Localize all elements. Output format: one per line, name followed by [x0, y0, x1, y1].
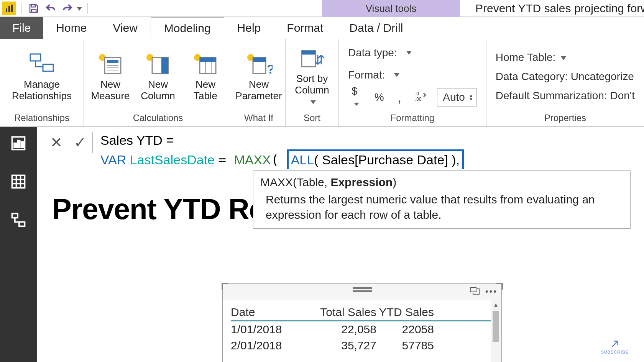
svg-rect-4: [31, 9, 36, 12]
svg-rect-30: [14, 143, 16, 147]
new-measure-label: New Measure: [91, 79, 130, 102]
svg-rect-0: [6, 8, 7, 12]
group-calculations: New Measure New Column New Table Calcula…: [84, 39, 232, 126]
tab-help[interactable]: Help: [224, 17, 274, 39]
more-options-icon[interactable]: •••: [485, 287, 498, 297]
data-type-label: Data type:: [348, 47, 397, 59]
decimal-button[interactable]: .0.00: [412, 90, 430, 105]
percent-button[interactable]: %: [371, 91, 388, 104]
tab-modeling[interactable]: Modeling: [151, 17, 224, 39]
ribbon: Manage Relationships Relationships New M…: [0, 39, 644, 127]
chevron-down-icon: [310, 100, 316, 104]
commit-formula-button[interactable]: ✓: [74, 134, 86, 151]
svg-rect-5: [30, 54, 41, 61]
formula-bar: ✕ ✓ Sales YTD = VAR LastSalesDate = MAXX…: [37, 127, 644, 169]
tab-view[interactable]: View: [100, 17, 150, 39]
table-header-row: Date Total Sales YTD Sales: [231, 304, 494, 321]
tab-home[interactable]: Home: [43, 17, 100, 39]
table-row: 1/01/2018 22,058 22058: [231, 321, 494, 337]
data-category-row[interactable]: Data Category: Uncategorize: [496, 70, 634, 83]
sort-by-column-label: Sort by Column: [291, 73, 333, 108]
table-row: 2/01/2018 35,727 57785: [231, 337, 494, 354]
format-dropdown[interactable]: [394, 73, 399, 77]
svg-rect-40: [471, 287, 476, 292]
group-formatting: Data type: Format: $ % , .0.00 Auto ▲▼: [339, 39, 486, 126]
group-sort: Sort by Column Sort: [286, 39, 339, 126]
undo-button[interactable]: [42, 1, 59, 16]
group-label-calculations: Calculations: [84, 111, 232, 126]
new-column-label: New Column: [141, 79, 175, 102]
formula-highlight: ALL( Sales[Purchase Date] ),: [287, 149, 464, 171]
svg-rect-6: [43, 64, 53, 71]
format-label: Format:: [348, 69, 385, 81]
svg-rect-26: [302, 51, 315, 55]
table-visual[interactable]: ••• Date Total Sales YTD Sales 1/01/2018…: [222, 283, 502, 362]
data-view-button[interactable]: [7, 170, 30, 193]
home-table-label: Home Table:: [496, 51, 556, 63]
svg-rect-2: [11, 5, 13, 12]
scroll-up-icon[interactable]: ▴: [494, 300, 498, 310]
qat-separator: [21, 3, 22, 14]
drag-handle-icon-2: [353, 290, 372, 294]
intellisense-tooltip: MAXX(Table, Expression) Returns the larg…: [253, 170, 631, 229]
tab-format[interactable]: Format: [274, 17, 336, 39]
svg-rect-3: [31, 5, 35, 7]
svg-rect-9: [107, 60, 118, 63]
group-label-properties: Properties: [486, 111, 644, 126]
tab-file[interactable]: File: [0, 17, 43, 39]
group-label-sort: Sort: [286, 111, 338, 126]
new-parameter-label: New Parameter: [235, 79, 282, 102]
currency-button[interactable]: $: [348, 85, 364, 110]
scroll-thumb[interactable]: [493, 311, 499, 342]
new-table-label: New Table: [194, 79, 217, 102]
app-icon: [2, 2, 16, 15]
redo-button[interactable]: [59, 1, 76, 16]
save-button[interactable]: [25, 1, 42, 16]
formula-actions: ✕ ✓: [44, 132, 93, 153]
qat-separator-2: [87, 3, 88, 14]
thousands-button[interactable]: ,: [394, 90, 405, 105]
svg-rect-15: [161, 57, 168, 74]
new-column-button[interactable]: New Column: [137, 48, 179, 102]
contextual-tab-group: Visual tools: [322, 0, 460, 17]
svg-rect-1: [8, 6, 10, 12]
formula-editor[interactable]: Sales YTD = VAR LastSalesDate = MAXX( AL…: [100, 132, 464, 171]
manage-relationships-button[interactable]: Manage Relationships: [5, 48, 78, 102]
new-table-button[interactable]: New Table: [184, 48, 227, 102]
new-measure-button[interactable]: New Measure: [89, 48, 131, 102]
group-label-formatting: Formatting: [339, 111, 486, 126]
sort-by-column-button[interactable]: Sort by Column: [291, 43, 333, 108]
report-view-button[interactable]: [7, 132, 30, 155]
group-label-relationships: Relationships: [0, 111, 84, 126]
model-view-button[interactable]: [7, 208, 30, 231]
chevron-down-icon: [354, 103, 359, 106]
tab-data-drill[interactable]: Data / Drill: [336, 17, 416, 39]
new-parameter-button[interactable]: ? New Parameter: [238, 48, 280, 102]
group-properties: Home Table: Data Category: Uncategorize …: [486, 39, 644, 126]
visual-scrollbar[interactable]: ▴: [491, 300, 501, 362]
default-summarization-row[interactable]: Default Summarization: Don't: [496, 90, 635, 102]
qat-customize-dropdown[interactable]: [74, 5, 82, 11]
svg-rect-38: [12, 214, 18, 218]
title-bar: Visual tools Prevent YTD sales projectin…: [0, 0, 644, 17]
svg-rect-23: [253, 57, 266, 62]
group-whatif: ? New Parameter What If: [232, 39, 286, 126]
data-type-dropdown[interactable]: [406, 51, 412, 55]
visual-header: •••: [223, 284, 501, 300]
cancel-formula-button[interactable]: ✕: [50, 134, 62, 151]
svg-text:?: ?: [267, 62, 273, 76]
svg-text:.0: .0: [415, 91, 419, 97]
group-label-whatif: What If: [232, 111, 285, 126]
svg-rect-18: [200, 57, 216, 62]
group-relationships: Manage Relationships Relationships: [0, 39, 84, 126]
spinner-icon[interactable]: ▲▼: [469, 93, 473, 101]
svg-rect-33: [12, 175, 25, 188]
left-nav: [0, 127, 37, 362]
svg-rect-32: [21, 142, 23, 147]
ribbon-tabstrip: File Home View Modeling Help Format Data…: [0, 17, 644, 39]
document-title: Prevent YTD sales projecting forwa: [475, 0, 644, 17]
svg-rect-39: [19, 222, 25, 226]
decimal-places-input[interactable]: Auto ▲▼: [437, 88, 477, 106]
home-table-dropdown[interactable]: [561, 56, 566, 60]
focus-mode-icon[interactable]: [470, 287, 480, 297]
